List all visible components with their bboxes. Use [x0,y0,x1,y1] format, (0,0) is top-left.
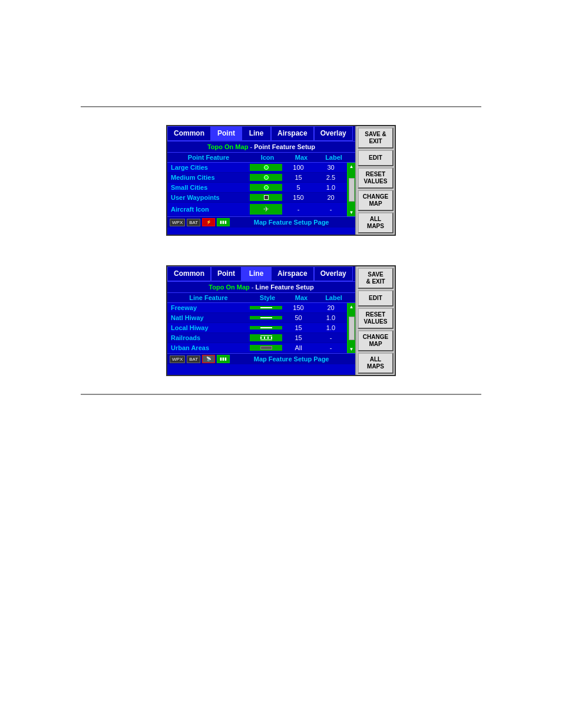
save-exit-button-2[interactable]: SAVE& EXIT [358,268,394,289]
reset-values-button-2[interactable]: RESETVALUES [358,308,394,329]
row-max-urban-areas: All [282,344,315,351]
edit-button-2[interactable]: EDIT [358,290,394,307]
battery-icon: ▮▮▮ [217,218,230,226]
scroll-down-arrow-2[interactable]: ▼ [349,347,354,352]
point-tab-bar: Common Point Line Airspace Overlay [167,126,355,141]
urban-area-icon [260,346,272,350]
save-exit-button[interactable]: SAVE & EXIT [358,127,394,149]
all-maps-button-2[interactable]: ALLMAPS [358,353,394,374]
row-max-small-cities: 5 [282,184,315,191]
table-row: Urban Areas All - [167,343,347,353]
tab-airspace[interactable]: Airspace [271,126,314,141]
gps-status-label: WPX [170,219,185,226]
col-header-feature: Point Feature [167,154,250,161]
bat-status-label-2: BAT [187,355,200,363]
tab-overlay-2[interactable]: Overlay [314,266,353,281]
row-lbl-local-hiway: 1.0 [315,324,347,331]
row-label-medium-cities: Medium Cities [167,174,250,181]
row-max-user-waypoints: 150 [282,194,315,201]
line-panel: Common Point Line Airspace Overlay Topo … [166,265,396,376]
tab-airspace-2[interactable]: Airspace [271,266,314,281]
bat-status-label: BAT [187,219,200,226]
point-status-bar: WPX BAT ⚡ ▮▮▮ Map Feature Setup Page [167,216,355,228]
change-map-button[interactable]: CHANGEMAP [358,190,394,211]
row-lbl-large-cities: 30 [315,164,347,171]
row-icon-small-cities [250,184,282,191]
square-icon [264,195,269,200]
solid-line-icon-2 [260,317,272,318]
row-label-aircraft-icon: Aircraft Icon [167,206,250,213]
col-header-icon: Icon [250,154,285,161]
line-panel-main: Common Point Line Airspace Overlay Topo … [167,266,355,375]
scroll-thumb[interactable] [349,178,355,202]
row-label-large-cities: Large Cities [167,164,250,171]
tab-common[interactable]: Common [167,126,211,141]
table-row: Freeway 150 20 [167,303,347,313]
battery-icon-2: ▮▮▮ [217,355,230,363]
solid-line-icon [260,307,272,308]
circle-icon [264,175,269,180]
row-max-freeway: 150 [282,304,315,311]
scrollbar-2[interactable]: ▲ ▼ [347,303,355,353]
line-data-rows: Freeway 150 20 Natl Hiway [167,303,347,353]
row-icon-large-cities [250,164,282,171]
status-icons-group-2: WPX BAT 📡 ▮▮▮ [170,355,230,363]
solid-line-icon-3 [260,327,272,328]
line-tab-bar: Common Point Line Airspace Overlay [167,266,355,281]
all-maps-button[interactable]: ALLMAPS [358,212,394,233]
row-label-railroads: Railroads [167,334,250,341]
row-lbl-small-cities: 1.0 [315,184,347,191]
row-label-urban-areas: Urban Areas [167,344,250,351]
tab-line-2[interactable]: Line [242,266,271,281]
edit-button[interactable]: EDIT [358,150,394,166]
top-divider [81,106,481,107]
scrollbar[interactable]: ▲ ▼ [347,163,355,216]
row-icon-medium-cities [250,174,282,181]
circle-icon [264,165,269,170]
row-label-natl-hiway: Natl Hiway [167,314,250,321]
bottom-divider [81,394,481,395]
point-panel-title: Topo On Map - Point Feature Setup [167,141,355,153]
tab-common-2[interactable]: Common [167,266,211,281]
tab-point-2[interactable]: Point [211,266,242,281]
row-label-user-waypoints: User Waypoints [167,194,250,201]
point-panel-main: Common Point Line Airspace Overlay Topo … [167,126,355,235]
feature-title: Point Feature Setup [254,143,315,150]
col-header-max: Max [285,154,318,161]
row-style-urban-areas [250,345,282,351]
row-style-railroads [250,334,282,341]
table-row: Natl Hiway 50 1.0 [167,313,347,323]
table-row: Aircraft Icon ✈ - - [167,203,347,216]
line-panel-buttons: SAVE& EXIT EDIT RESETVALUES CHANGEMAP AL… [355,266,395,375]
tab-line[interactable]: Line [242,126,271,141]
point-panel-buttons: SAVE & EXIT EDIT RESETVALUES CHANGEMAP A… [355,126,395,235]
row-icon-aircraft: ✈ [250,204,282,215]
table-row: User Waypoints 150 20 [167,193,347,203]
tab-overlay[interactable]: Overlay [314,126,353,141]
topo-label: Topo On Map [207,143,248,150]
topo-label-2: Topo On Map [209,284,249,291]
scroll-up-arrow[interactable]: ▲ [349,164,354,169]
page-container: Common Point Line Airspace Overlay Topo … [0,0,562,728]
row-lbl-freeway: 20 [315,304,347,311]
col-header-line-max: Max [285,294,318,301]
scroll-thumb-2[interactable] [349,317,355,340]
status-page-text: Map Feature Setup Page [230,219,353,226]
line-panel-title: Topo On Map - Line Feature Setup [167,281,355,293]
table-row: Large Cities 100 30 [167,163,347,173]
status-icons-group: WPX BAT ⚡ ▮▮▮ [170,218,230,226]
scroll-down-arrow[interactable]: ▼ [349,210,354,215]
col-header-label: Label [318,154,350,161]
title-dash: - [248,143,254,150]
scroll-up-arrow-2[interactable]: ▲ [349,304,354,309]
point-data-area: Large Cities 100 30 Medium Cities [167,163,355,216]
reset-values-button[interactable]: RESETVALUES [358,167,394,189]
row-label-small-cities: Small Cities [167,184,250,191]
tab-point[interactable]: Point [211,126,242,141]
feature-title-2: Line Feature Setup [256,284,314,291]
change-map-button-2[interactable]: CHANGEMAP [358,330,394,351]
row-lbl-natl-hiway: 1.0 [315,314,347,321]
col-header-style: Style [250,294,285,301]
col-header-line-feature: Line Feature [167,294,250,301]
point-col-headers: Point Feature Icon Max Label [167,153,355,163]
